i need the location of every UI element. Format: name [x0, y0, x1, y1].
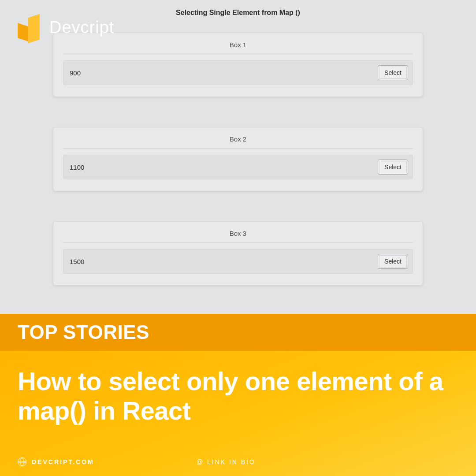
logo-mark-icon [18, 13, 42, 41]
box-card: Box 2 1100 Select [53, 127, 423, 191]
box-card: Box 3 1500 Select [53, 221, 423, 286]
box-label: Box 3 [63, 230, 413, 243]
box-row: 900 Select [63, 60, 413, 85]
brand-logo: Devcript [18, 13, 114, 41]
box-label: Box 2 [63, 135, 413, 149]
banner-link-in-bio: @ LINK IN BIO [197, 458, 256, 465]
banner-main: How to select only one element of a map(… [0, 351, 476, 476]
banner-kicker: TOP STORIES [18, 321, 149, 343]
select-button[interactable]: Select [378, 254, 408, 269]
box-row: 1500 Select [63, 249, 413, 274]
box-value: 1100 [70, 164, 84, 171]
banner-kicker-bar: TOP STORIES [0, 314, 476, 351]
box-value: 1500 [70, 258, 84, 265]
select-button[interactable]: Select [378, 65, 408, 80]
box-card: Box 1 900 Select [53, 33, 423, 97]
banner-headline: How to select only one element of a map(… [18, 367, 458, 425]
card-list: Box 1 900 Select Box 2 1100 Select Box 3… [53, 33, 423, 286]
brand-name: Devcript [49, 18, 114, 37]
box-label: Box 1 [63, 41, 413, 54]
box-row: 1100 Select [63, 155, 413, 179]
banner-footer: DEVCRIPT.COM @ LINK IN BIO [18, 457, 458, 466]
app-area: Selecting Single Element from Map () Dev… [0, 0, 476, 314]
globe-icon [18, 457, 26, 466]
select-button[interactable]: Select [378, 160, 408, 175]
banner-site: DEVCRIPT.COM [32, 458, 94, 465]
box-value: 900 [70, 69, 81, 77]
